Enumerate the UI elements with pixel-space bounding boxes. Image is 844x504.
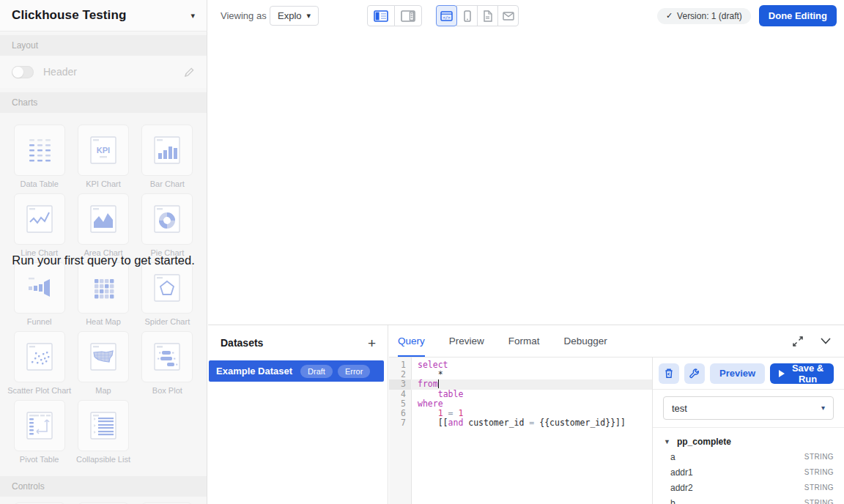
mobile-view-button[interactable] — [456, 5, 478, 26]
dataset-badge-error: Error — [338, 365, 370, 378]
chart-type-grid: Data TableKPIKPI ChartBar ChartLine Char… — [0, 113, 207, 472]
chart-type-card-collapsible-list[interactable]: Collapsible List — [71, 400, 135, 464]
field-name: b — [670, 498, 675, 504]
text-cursor — [438, 379, 439, 388]
chart-type-card-kpi-chart[interactable]: KPIKPI Chart — [71, 125, 135, 189]
chevron-down-icon: ▾ — [190, 12, 195, 20]
add-dataset-button[interactable]: + — [368, 336, 376, 350]
line-content: [[and customer_id = {{customer_id}}]] — [411, 418, 652, 428]
chart-card-box — [14, 400, 65, 451]
chart-type-card-pivot-table[interactable]: Pivot Table — [7, 400, 71, 464]
chart-card-box — [14, 331, 65, 382]
scatter-plot-icon — [22, 339, 57, 374]
chart-type-card-heat-map[interactable]: Heat Map — [71, 262, 135, 327]
chart-type-card-area-chart[interactable]: Area Chart — [71, 193, 135, 258]
chart-card-label: Map — [95, 386, 111, 396]
chart-type-card-box-plot[interactable]: Box Plot — [136, 331, 199, 396]
sql-code-editor[interactable]: 1select2 *3from4 table5where6 1 = 17 [[a… — [389, 357, 652, 504]
section-charts-label: Charts — [12, 97, 37, 108]
chart-card-label: Heat Map — [86, 317, 121, 327]
schema-field-list: aSTRINGaddr1STRINGaddr2STRINGbSTRING — [663, 449, 834, 504]
viewing-as-dropdown[interactable]: Explo ▾ — [270, 6, 319, 26]
tab-format[interactable]: Format — [508, 325, 540, 357]
line-number: 4 — [389, 390, 411, 399]
table-select-dropdown[interactable]: test ▾ — [663, 396, 834, 420]
schema-field-row[interactable]: aSTRING — [663, 449, 834, 464]
chart-type-card-pie-chart[interactable]: Pie Chart — [136, 193, 199, 258]
schema-table-header[interactable]: ▼ pp_complete — [663, 437, 834, 447]
field-type: STRING — [804, 468, 834, 476]
chart-card-label: Collapsible List — [76, 455, 130, 464]
collapse-panel-button[interactable] — [819, 336, 832, 346]
save-and-run-label: Save & Run — [791, 363, 825, 385]
tab-query[interactable]: Query — [398, 325, 425, 357]
pencil-icon[interactable] — [184, 67, 195, 78]
section-controls-label: Controls — [12, 481, 45, 492]
version-badge[interactable]: ✓ Version: 1 (draft) — [657, 8, 751, 24]
line-number: 6 — [389, 409, 411, 418]
field-type: STRING — [804, 453, 834, 461]
schema-field-row[interactable]: addr1STRING — [663, 464, 834, 480]
query-side-panel: Preview Save & Run test ▾ ▼ pp_compl — [652, 357, 844, 504]
header-toggle[interactable] — [12, 66, 34, 78]
chart-type-card-funnel[interactable]: Funnel — [7, 262, 71, 327]
email-view-button[interactable] — [497, 5, 519, 26]
chart-card-box — [14, 262, 65, 314]
schema-field-row[interactable]: bSTRING — [663, 495, 834, 504]
kpi-icon: KPI — [86, 133, 121, 168]
chart-card-label: Box Plot — [152, 386, 182, 396]
chart-card-label: Pivot Table — [20, 455, 59, 464]
chart-type-card-data-table[interactable]: Data Table — [7, 125, 71, 189]
header-toggle-row: Header — [0, 56, 207, 88]
code-line-7[interactable]: 7 [[and customer_id = {{customer_id}}]] — [389, 418, 652, 428]
email-envelope-icon — [503, 12, 514, 21]
toggle-knob — [12, 67, 23, 78]
line-content: * — [411, 370, 652, 379]
chart-card-box — [78, 400, 129, 451]
chart-card-label: Funnel — [27, 317, 52, 327]
line-chart-icon — [22, 201, 57, 237]
section-charts: Charts — [0, 92, 207, 113]
dashboard-title-menu[interactable]: Clickhouse Testing ▾ — [0, 0, 207, 32]
pdf-page-icon — [483, 10, 492, 22]
left-panel-layout-icon — [374, 10, 388, 22]
viewing-as-label: Viewing as — [221, 10, 267, 21]
pivot-table-icon — [22, 408, 57, 443]
revert-query-button[interactable] — [659, 363, 679, 384]
field-type: STRING — [804, 499, 834, 504]
schema-field-row[interactable]: addr2STRING — [663, 480, 834, 495]
chart-type-card-line-chart[interactable]: Line Chart — [7, 193, 71, 258]
heat-map-icon — [86, 270, 121, 305]
save-and-run-button[interactable]: Save & Run — [770, 363, 834, 384]
chart-type-card-spider-chart[interactable]: Spider Chart — [136, 262, 199, 327]
section-layout: Layout — [0, 35, 207, 56]
embed-view-button[interactable]: </> — [436, 5, 457, 26]
preview-query-button[interactable]: Preview — [710, 363, 765, 384]
wrench-icon — [689, 368, 700, 379]
funnel-icon — [22, 270, 57, 305]
topbar: Clickhouse Testing ▾ Viewing as Explo ▾ — [0, 0, 844, 32]
code-lines: 1select2 *3from4 table5where6 1 = 17 [[a… — [389, 357, 652, 428]
layout-right-panel-button[interactable] — [394, 5, 422, 26]
datasets-title: Datasets — [221, 337, 263, 349]
layout-left-panel-button[interactable] — [367, 5, 395, 26]
chart-type-card-map[interactable]: Map — [71, 331, 135, 396]
viewing-as-value: Explo — [278, 10, 302, 21]
done-editing-button[interactable]: Done Editing — [759, 5, 837, 26]
chart-type-card-scatter-plot-chart[interactable]: Scatter Plot Chart — [7, 331, 71, 396]
chart-type-card-bar-chart[interactable]: Bar Chart — [136, 125, 199, 189]
datasets-panel: Datasets + Example Dataset DraftError — [208, 325, 388, 504]
tab-debugger[interactable]: Debugger — [564, 325, 607, 357]
dataset-badge-draft: Draft — [300, 365, 333, 378]
chart-card-label: Pie Chart — [150, 248, 184, 258]
format-query-button[interactable] — [684, 363, 705, 384]
tab-preview[interactable]: Preview — [449, 325, 484, 357]
pdf-view-button[interactable] — [477, 5, 498, 26]
expand-panel-button[interactable] — [791, 335, 804, 348]
chart-card-label: KPI Chart — [86, 179, 121, 189]
chevron-down-icon: ▾ — [821, 404, 825, 412]
line-number: 7 — [389, 418, 411, 428]
dataset-row-selected[interactable]: Example Dataset DraftError — [209, 360, 384, 382]
dataset-name: Example Dataset — [216, 366, 292, 377]
app-root: Clickhouse Testing ▾ Viewing as Explo ▾ — [0, 0, 844, 504]
